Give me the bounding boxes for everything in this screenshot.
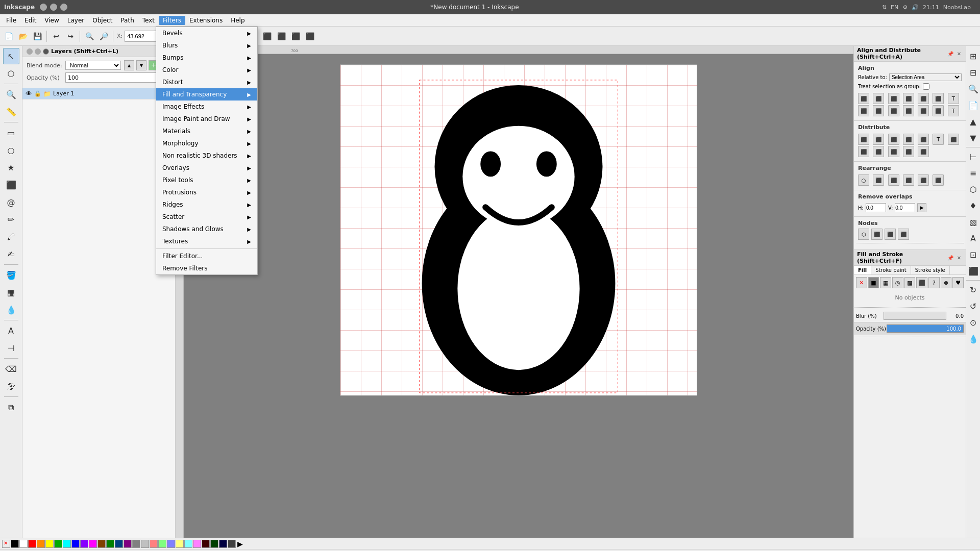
- menu-item-ridges[interactable]: Ridges ▶: [156, 198, 257, 211]
- new-button[interactable]: 📄: [2, 30, 15, 43]
- visibility-icon[interactable]: 👁: [26, 90, 32, 97]
- swatch-pink[interactable]: [150, 540, 158, 548]
- open-button[interactable]: 📂: [16, 30, 30, 43]
- dist-8[interactable]: ⬛: [858, 146, 869, 157]
- opacity-bar[interactable]: 100: [65, 72, 171, 83]
- text-tool[interactable]: A: [3, 322, 19, 339]
- dist-10[interactable]: ⬛: [888, 146, 899, 157]
- menu-item-blurs[interactable]: Blurs ▶: [156, 39, 257, 52]
- menu-item-bevels[interactable]: Bevels ▶: [156, 27, 257, 39]
- swatch-brown[interactable]: [97, 540, 106, 548]
- stroke-style-tab[interactable]: Stroke style: [911, 266, 950, 274]
- flip-v-btn[interactable]: ⬛: [303, 30, 316, 43]
- v-overlap-input[interactable]: [895, 203, 915, 212]
- fill-none-btn[interactable]: ✕: [856, 277, 867, 288]
- canvas-content[interactable]: [184, 54, 853, 538]
- dist-2[interactable]: ⬛: [873, 134, 884, 145]
- rearr-2[interactable]: ⬛: [873, 174, 884, 186]
- dropper-edge-btn[interactable]: 💧: [965, 331, 981, 347]
- menu-item-image-effects[interactable]: Image Effects ▶: [156, 101, 257, 113]
- swatch-navy[interactable]: [115, 540, 123, 548]
- swatch-cyan[interactable]: [63, 540, 71, 548]
- swatch-yellow[interactable]: [45, 540, 54, 548]
- swatch-dark-green[interactable]: [106, 540, 114, 548]
- fill-unset-btn[interactable]: ⊗: [941, 277, 952, 288]
- swatch-white[interactable]: [19, 540, 28, 548]
- menu-item-materials[interactable]: Materials ▶: [156, 125, 257, 137]
- swatch-black[interactable]: [11, 540, 19, 548]
- align-center-h[interactable]: ⬛: [873, 93, 884, 104]
- swatch-light-blue[interactable]: [167, 540, 175, 548]
- menu-item-filter-editor[interactable]: Filter Editor...: [156, 250, 257, 262]
- fill-unknown-btn[interactable]: ?: [928, 277, 940, 288]
- align-text[interactable]: T: [948, 93, 959, 104]
- zoom-out-button[interactable]: 🔍: [83, 30, 96, 43]
- zoom-in-button[interactable]: 🔎: [97, 30, 110, 43]
- menu-file[interactable]: File: [2, 16, 20, 25]
- menu-view[interactable]: View: [40, 16, 63, 25]
- swatch-light-magenta[interactable]: [193, 540, 201, 548]
- fill-btn[interactable]: ▧: [965, 214, 981, 230]
- fill-linear-btn[interactable]: ▦: [880, 277, 891, 288]
- pen-tool[interactable]: 🖊: [3, 229, 19, 245]
- connector-tool[interactable]: ⊣: [3, 340, 19, 356]
- swatch-green[interactable]: [54, 540, 62, 548]
- nodes-btn-3[interactable]: ⬛: [885, 229, 896, 240]
- clone-tool[interactable]: ⧉: [3, 399, 19, 415]
- swatch-transparent[interactable]: ✕: [2, 540, 10, 548]
- align-text-2[interactable]: T: [948, 105, 959, 116]
- menu-item-fill-transparency[interactable]: Fill and Transparency ▶: [156, 88, 257, 101]
- fill-pattern-btn[interactable]: ▩: [904, 277, 916, 288]
- layer-item-1[interactable]: 👁 🔒 📁 Layer 1: [22, 88, 175, 99]
- next-btn[interactable]: ▼: [965, 130, 981, 146]
- prev-btn[interactable]: ▲: [965, 113, 981, 130]
- symbols-btn[interactable]: ♦: [965, 197, 981, 214]
- swatch-light-cyan[interactable]: [184, 540, 192, 548]
- menu-filters[interactable]: Filters: [159, 16, 185, 25]
- stroke-paint-tab[interactable]: Stroke paint: [871, 266, 911, 274]
- align-center-v[interactable]: ⬛: [918, 93, 929, 104]
- swatch-dark-navy[interactable]: [219, 540, 227, 548]
- menu-edit[interactable]: Edit: [20, 16, 40, 25]
- gradient-tool[interactable]: ▦: [3, 284, 19, 300]
- zoom-fit-btn[interactable]: 🔍: [965, 81, 981, 97]
- stroke-btn[interactable]: A: [965, 230, 981, 246]
- h-overlap-input[interactable]: [866, 203, 886, 212]
- menu-item-morphology[interactable]: Morphology ▶: [156, 137, 257, 149]
- dist-9[interactable]: ⬛: [873, 146, 884, 157]
- swatch-light-yellow[interactable]: [176, 540, 184, 548]
- star-tool[interactable]: ★: [3, 159, 19, 176]
- menu-item-textures[interactable]: Textures ▶: [156, 235, 257, 247]
- pencil-tool[interactable]: ✏: [3, 211, 19, 228]
- align-bottom[interactable]: ⬛: [933, 93, 944, 104]
- blend-mode-select[interactable]: Normal: [65, 61, 121, 70]
- minimize-button[interactable]: [50, 4, 57, 11]
- undo-button[interactable]: ↩: [50, 30, 63, 43]
- fill-stroke-pin[interactable]: 📌: [947, 254, 954, 261]
- swatch-magenta[interactable]: [89, 540, 97, 548]
- rotate-ccw-btn[interactable]: ↺: [965, 298, 981, 314]
- layers-btn[interactable]: ≡: [965, 165, 981, 181]
- bucket-tool[interactable]: 🪣: [3, 267, 19, 283]
- swatch-dark-gray[interactable]: [228, 540, 236, 548]
- menu-path[interactable]: Path: [116, 16, 138, 25]
- layer-down-btn[interactable]: ▾: [136, 60, 146, 70]
- dist-6[interactable]: T: [933, 134, 944, 145]
- color-wheel-btn[interactable]: ⊙: [965, 314, 981, 331]
- rearr-4[interactable]: ⬛: [903, 174, 914, 186]
- nodes-btn-4[interactable]: ⬛: [898, 229, 909, 240]
- redo-button[interactable]: ↪: [64, 30, 77, 43]
- align-center-h-2[interactable]: ⬛: [873, 105, 884, 116]
- menu-object[interactable]: Object: [88, 16, 116, 25]
- align-center-v-2[interactable]: ⬛: [918, 105, 929, 116]
- align-left-2[interactable]: ⬛: [858, 105, 869, 116]
- fill-solid-btn[interactable]: ■: [868, 277, 879, 288]
- rearr-1[interactable]: ○: [858, 174, 869, 186]
- fill-stroke-close[interactable]: ✕: [955, 254, 963, 261]
- rearr-6[interactable]: ⬛: [933, 174, 944, 186]
- align-top-2[interactable]: ⬛: [903, 105, 914, 116]
- layer-up-btn[interactable]: ▴: [124, 60, 134, 70]
- menu-help[interactable]: Help: [227, 16, 249, 25]
- dist-11[interactable]: ⬛: [903, 146, 914, 157]
- dist-7[interactable]: ⬛: [948, 134, 959, 145]
